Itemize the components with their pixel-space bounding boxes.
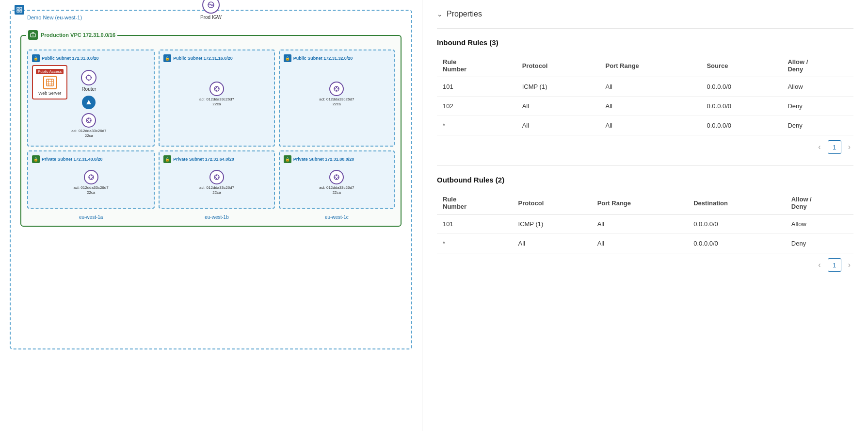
igw-label: Prod IGW	[200, 15, 222, 20]
outbound-rule-number: *	[437, 234, 513, 253]
outbound-prev-button[interactable]: ‹	[815, 260, 823, 270]
az2-public-acl-node: acl: 012dda33c26d7 22ca	[199, 82, 234, 106]
inbound-pagination: ‹ 1 ›	[437, 140, 853, 154]
svg-point-19	[87, 120, 88, 121]
inbound-port-range: All	[599, 77, 701, 97]
outbound-port-range: All	[592, 234, 688, 253]
inbound-source: 0.0.0.0/0	[701, 97, 782, 116]
inbound-rules-title: Inbound Rules (3)	[437, 38, 853, 47]
outbound-next-button[interactable]: ›	[845, 260, 853, 270]
az3-label: eu-west-1c	[279, 215, 395, 220]
router-label: Router	[81, 86, 96, 92]
inbound-rule-number: 101	[437, 77, 516, 97]
az3-private-acl-icon	[329, 170, 344, 184]
svg-rect-2	[17, 10, 19, 12]
svg-point-17	[88, 80, 90, 81]
svg-point-15	[91, 77, 92, 79]
inbound-port-range: All	[599, 97, 701, 116]
svg-point-21	[88, 118, 89, 119]
col-port-range: Port Range	[599, 54, 701, 77]
out-col-port-range: Port Range	[592, 192, 688, 215]
inbound-port-range: All	[599, 116, 701, 135]
svg-point-47	[336, 178, 337, 179]
svg-point-31	[216, 87, 217, 88]
az3-public-acl-node: acl: 012dda33c26d7 22ca	[319, 82, 354, 106]
az2-private-acl-node: acl: 012dda33c26d7 22ca	[199, 170, 234, 195]
inbound-protocol: All	[516, 97, 600, 116]
svg-point-35	[218, 177, 219, 178]
az2-public-lock-icon: 🔒	[163, 54, 171, 62]
az2-public-subnet-label: Public Subnet 172.31.16.0/20	[173, 56, 233, 61]
az1-private-subnet: 🔒 Private Subnet 172.31.48.0/20	[27, 150, 155, 209]
inbound-rule-number: *	[437, 116, 516, 135]
az3-public-subnet-label: Public Subnet 172.31.32.0/20	[293, 56, 353, 61]
az2-public-acl-icon	[209, 82, 224, 96]
az3-public-subnet: 🔒 Public Subnet 172.31.32.0/20	[279, 50, 395, 147]
out-col-allow-deny: Allow /Deny	[786, 192, 853, 215]
webserver-icon	[43, 76, 57, 89]
inbound-allow-deny: Allow	[782, 77, 853, 97]
az2-label: eu-west-1b	[159, 215, 274, 220]
route-table-icon	[82, 96, 96, 109]
az3-public-acl-label: acl: 012dda33c26d7 22ca	[319, 97, 354, 106]
col-protocol: Protocol	[516, 54, 600, 77]
inbound-source: 0.0.0.0/0	[701, 116, 782, 135]
az1-private-acl-icon	[84, 170, 98, 184]
out-col-protocol: Protocol	[513, 192, 592, 215]
out-col-destination: Destination	[688, 192, 786, 215]
svg-point-41	[336, 87, 337, 88]
properties-panel: ⌄ Properties Inbound Rules (3) RuleNumbe…	[422, 0, 868, 431]
outbound-divider	[437, 166, 853, 166]
az1-private-acl-node: acl: 012dda33c26d7 22ca	[74, 170, 109, 195]
outbound-destination: 0.0.0.0/0	[688, 215, 786, 234]
inbound-table-row: * All All 0.0.0.0/0 Deny	[437, 116, 853, 135]
outbound-rule-number: 101	[437, 215, 513, 234]
az3-public-acl-icon	[329, 82, 344, 96]
inbound-source: 0.0.0.0/0	[701, 77, 782, 97]
az2-public-subnet-header: 🔒 Public Subnet 172.31.16.0/20	[163, 54, 270, 62]
chevron-down-icon: ⌄	[437, 10, 443, 18]
router-container: Router	[81, 70, 96, 92]
demo-icon	[15, 5, 24, 15]
az1-private-acl-label: acl: 012dda33c26d7 22ca	[74, 185, 109, 195]
az1-public-subnet-label: Public Subnet 172.31.0.0/20	[42, 56, 99, 61]
outbound-table-row: * All All 0.0.0.0/0 Deny	[437, 234, 853, 253]
svg-rect-8	[47, 79, 53, 86]
svg-point-16	[88, 75, 90, 76]
outbound-pagination: ‹ 1 ›	[437, 258, 853, 272]
svg-point-32	[216, 90, 217, 91]
inbound-protocol: All	[516, 116, 600, 135]
outbound-protocol: ICMP (1)	[513, 215, 592, 234]
vpc-label-text: Production VPC 172.31.0.0/16	[41, 32, 115, 38]
svg-point-25	[92, 177, 93, 178]
col-rule-number: RuleNumber	[437, 54, 516, 77]
svg-point-20	[90, 120, 91, 121]
inbound-header-row: RuleNumber Protocol Port Range Source Al…	[437, 54, 853, 77]
az3-private-subnet-header: 🔒 Private Subnet 172.31.80.0/20	[284, 155, 390, 163]
svg-point-22	[88, 121, 89, 122]
inbound-protocol: ICMP (1)	[516, 77, 600, 97]
svg-point-42	[336, 90, 337, 91]
svg-point-29	[215, 88, 216, 89]
inbound-prev-button[interactable]: ‹	[815, 142, 823, 152]
inbound-next-button[interactable]: ›	[845, 142, 853, 152]
col-source: Source	[701, 54, 782, 77]
outbound-destination: 0.0.0.0/0	[688, 234, 786, 253]
svg-point-40	[338, 88, 338, 89]
svg-point-7	[32, 35, 33, 36]
outbound-allow-deny: Deny	[786, 234, 853, 253]
inbound-page-number: 1	[828, 140, 841, 154]
az3-private-subnet: 🔒 Private Subnet 172.31.80.0/20	[279, 150, 395, 209]
az1-acl-icon	[81, 113, 96, 128]
diagram-panel: Demo New (eu-west-1) Prod IGW	[0, 0, 422, 431]
webserver-label: Web Server	[38, 91, 61, 96]
az3-private-acl-node: acl: 012dda33c26d7 22ca	[319, 170, 354, 195]
az1-private-subnet-label: Private Subnet 172.31.48.0/20	[42, 157, 103, 162]
vpc-label: Production VPC 172.31.0.0/16	[26, 30, 117, 40]
webserver-box: Public Access	[32, 65, 67, 99]
az2-private-acl-label: acl: 012dda33c26d7 22ca	[199, 185, 234, 195]
az2-private-subnet: 🔒 Private Subnet 172.31.64.0/20	[159, 150, 274, 209]
outbound-allow-deny: Allow	[786, 215, 853, 234]
az3-public-lock-icon: 🔒	[284, 54, 291, 62]
inbound-rule-number: 102	[437, 97, 516, 116]
